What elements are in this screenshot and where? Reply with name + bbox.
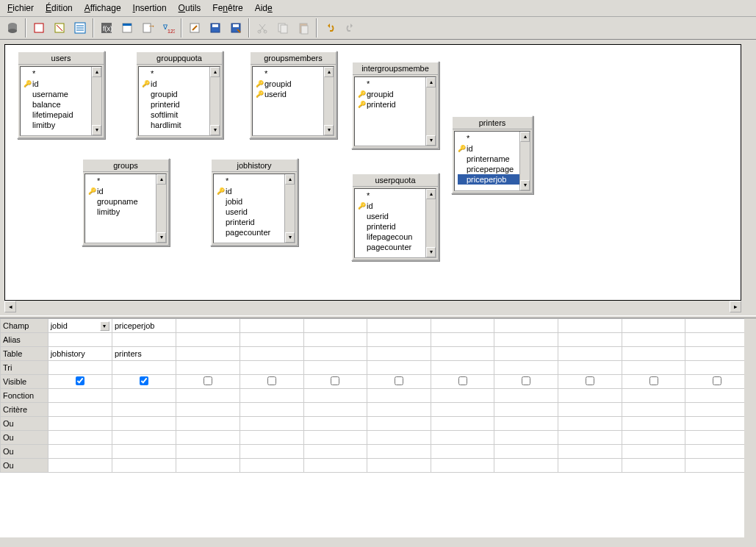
grid-cell[interactable] [303,319,367,333]
undo-icon[interactable] [320,18,339,37]
field-row[interactable]: limitby [88,207,163,217]
grid-cell[interactable] [622,459,685,473]
grid-cell[interactable] [685,403,749,417]
scrollbar[interactable]: ▴▾ [156,174,166,243]
field-row[interactable]: priceperpage [458,164,527,174]
grid-cell[interactable]: printers [112,347,176,361]
field-row[interactable]: groupname [88,196,163,207]
db-icon[interactable] [3,18,22,37]
grid-cell[interactable] [622,361,685,375]
visible-checkbox[interactable] [267,376,276,385]
canvas-hscroll[interactable]: ◂ ▸ [4,301,741,312]
grid-cell[interactable] [494,333,558,347]
menu-tools[interactable]: Outils [174,1,206,15]
grid-cell[interactable] [685,347,749,361]
grid-cell[interactable] [685,417,749,431]
grid-cell[interactable] [303,389,367,403]
grid-cell[interactable] [494,347,558,361]
grid-cell[interactable] [240,459,304,473]
field-row[interactable]: pagecounter [358,242,433,252]
grid-cell[interactable] [367,417,431,431]
grid-cell[interactable] [176,333,240,347]
grid-cell[interactable] [558,375,622,389]
grid-cell[interactable] [367,389,431,403]
visible-checkbox[interactable] [649,376,658,385]
function-icon[interactable]: f(x) [97,18,116,37]
copy-icon[interactable] [273,18,292,37]
scrollbar[interactable]: ▴▾ [425,77,436,146]
menu-insert[interactable]: Insertion [129,1,171,15]
grid-cell[interactable] [303,333,367,347]
distinct-icon[interactable]: ∇123! [159,18,178,37]
grid-cell[interactable] [240,347,304,361]
grid-cell[interactable] [367,431,431,445]
field-row[interactable]: printerid [217,217,292,227]
grid-cell[interactable] [685,361,749,375]
grid-cell[interactable] [240,417,304,431]
grid-cell[interactable] [112,389,176,403]
grid-cell[interactable] [176,375,240,389]
grid-cell[interactable] [48,361,112,375]
grid-cell[interactable] [112,431,176,445]
grid-cell[interactable] [112,403,176,417]
grid-cell[interactable] [303,361,367,375]
field-row[interactable]: pagecounter [217,227,292,237]
tables-icon[interactable] [118,18,137,37]
scrollbar[interactable]: ▴▾ [519,132,530,190]
grid-cell[interactable] [685,445,749,459]
grid-cell[interactable]: jobid▾ [48,319,112,333]
field-row[interactable]: 🔑groupid [256,79,331,89]
grid-cell[interactable] [431,347,494,361]
add-table-icon[interactable]: → [138,18,157,37]
query-grid[interactable]: Champjobid▾priceperjob Alias Tablejobhis… [0,318,749,473]
grid-cell[interactable] [367,445,431,459]
field-row[interactable]: printerid [142,99,217,110]
grid-cell[interactable] [558,319,622,333]
grid-cell[interactable] [558,417,622,431]
table-users[interactable]: users *🔑idusernamebalancelifetimepaidlim… [17,51,105,139]
field-row[interactable]: username [24,89,98,99]
field-row[interactable]: * [458,133,527,143]
grid-cell[interactable] [303,459,367,473]
grid-cell[interactable] [112,445,176,459]
clear-query-icon[interactable] [50,18,69,37]
grid-cell[interactable] [303,417,367,431]
grid-cell[interactable] [431,389,494,403]
grid-cell[interactable] [240,319,304,333]
grid-cell[interactable] [240,431,304,445]
menu-help[interactable]: Aide [251,1,277,15]
grid-cell[interactable] [558,347,622,361]
grid-cell[interactable] [431,459,494,473]
field-row[interactable]: 🔑userid [256,89,331,99]
edit-icon[interactable] [185,18,204,37]
grid-cell[interactable] [240,445,304,459]
visible-checkbox[interactable] [522,376,530,385]
visible-checkbox[interactable] [331,376,339,385]
menu-file[interactable]: Fichier [3,1,38,15]
grid-cell[interactable] [431,319,494,333]
grid-cell[interactable] [622,417,685,431]
grid-cell[interactable] [367,347,431,361]
grid-cell[interactable] [494,431,558,445]
field-row[interactable]: limitby [24,120,98,130]
grid-cell[interactable] [431,361,494,375]
grid-cell[interactable] [112,333,176,347]
field-row[interactable]: jobid [217,196,292,207]
grid-cell[interactable] [112,459,176,473]
grid-cell[interactable] [367,333,431,347]
grid-cell[interactable] [431,417,494,431]
grid-cell[interactable] [176,445,240,459]
field-row[interactable]: groupid [142,89,217,99]
grid-cell[interactable] [176,361,240,375]
grid-cell[interactable] [685,459,749,473]
grid-cell[interactable] [112,417,176,431]
grid-cell[interactable] [48,333,112,347]
grid-cell[interactable] [431,375,494,389]
grid-cell[interactable] [622,333,685,347]
visible-checkbox[interactable] [140,376,148,385]
grid-cell[interactable] [622,403,685,417]
grid-cell[interactable] [685,319,749,333]
grid-cell[interactable] [685,389,749,403]
field-row[interactable]: printerid [358,221,433,232]
menu-window[interactable]: Fenêtre [208,1,247,15]
